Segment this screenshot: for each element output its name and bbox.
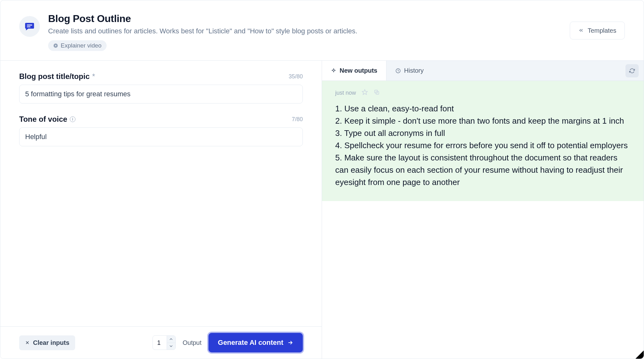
stepper-down-button[interactable] (167, 343, 175, 350)
templates-label: Templates (588, 27, 616, 34)
output-line: 3. Type out all acronyms in full (335, 127, 630, 139)
page-subtitle: Create lists and outlines for articles. … (48, 27, 625, 35)
clock-icon (395, 68, 401, 74)
stepper-value: 1 (153, 339, 167, 346)
output-line: 4. Spellcheck your resume for errors bef… (335, 139, 630, 152)
output-text: 1. Use a clean, easy-to-read font 2. Kee… (335, 103, 630, 188)
app-root: Blog Post Outline Create lists and outli… (0, 0, 644, 359)
header-text: Blog Post Outline Create lists and outli… (48, 13, 625, 51)
form-area: Blog post title/topic * 35/80 Tone of vo… (0, 61, 322, 326)
clear-inputs-button[interactable]: Clear inputs (19, 335, 75, 350)
required-mark: * (92, 72, 95, 81)
chip-label: Explainer video (61, 42, 102, 49)
output-card: just now 1. Use a clean, easy-to-read fo… (322, 81, 644, 201)
x-icon (25, 340, 30, 345)
title-label: Blog post title/topic * (19, 72, 95, 81)
chat-bubble-icon (24, 21, 35, 32)
title-field: Blog post title/topic * 35/80 (19, 72, 303, 104)
arrow-right-icon (287, 339, 293, 346)
explainer-video-chip[interactable]: Explainer video (48, 40, 107, 51)
tab-history[interactable]: History (386, 61, 432, 81)
output-line: 1. Use a clean, easy-to-read font (335, 103, 630, 115)
output-tabs: New outputs History (322, 61, 644, 81)
body-split: Blog post title/topic * 35/80 Tone of vo… (0, 61, 644, 359)
tab-new-outputs[interactable]: New outputs (322, 61, 386, 81)
chevron-up-icon (169, 338, 173, 340)
clear-label: Clear inputs (33, 339, 69, 346)
chevron-down-icon (169, 345, 173, 347)
form-footer: Clear inputs 1 Ou (0, 326, 322, 359)
stepper-controls (167, 336, 175, 350)
output-line: 5. Make sure the layout is consistent th… (335, 152, 630, 188)
tab-history-label: History (404, 67, 424, 74)
title-counter: 35/80 (289, 73, 303, 80)
generate-label: Generate AI content (218, 339, 283, 347)
tone-counter: 7/80 (292, 116, 303, 123)
output-pane: New outputs History (322, 61, 644, 359)
page-title: Blog Post Outline (48, 13, 625, 25)
tone-field-row: Tone of voice i 7/80 (19, 115, 303, 124)
info-icon[interactable]: i (70, 116, 75, 122)
copy-button[interactable] (374, 89, 380, 97)
stepper-up-button[interactable] (167, 336, 175, 343)
tone-input[interactable] (19, 127, 303, 146)
output-line: 2. Keep it simple - don't use more than … (335, 115, 630, 127)
copy-icon (374, 89, 380, 95)
title-label-text: Blog post title/topic (19, 72, 90, 81)
resize-corner[interactable] (636, 351, 644, 359)
star-icon (362, 89, 368, 95)
tone-label: Tone of voice i (19, 115, 75, 124)
tone-label-text: Tone of voice (19, 115, 67, 124)
templates-button[interactable]: Templates (570, 21, 625, 39)
input-pane: Blog post title/topic * 35/80 Tone of vo… (0, 61, 322, 359)
template-icon (19, 16, 40, 37)
page-header: Blog Post Outline Create lists and outli… (0, 0, 644, 61)
title-input[interactable] (19, 85, 303, 104)
favorite-button[interactable] (362, 89, 368, 97)
output-meta: just now (335, 89, 630, 97)
generate-button[interactable]: Generate AI content (208, 333, 303, 352)
output-label: Output (183, 339, 202, 346)
title-field-row: Blog post title/topic * 35/80 (19, 72, 303, 81)
output-count-stepper[interactable]: 1 (153, 335, 176, 350)
svg-rect-0 (27, 25, 32, 25)
play-circle-icon (53, 43, 58, 48)
refresh-icon (629, 68, 635, 74)
sparkle-icon (331, 68, 336, 74)
output-timestamp: just now (335, 90, 356, 96)
tab-new-outputs-label: New outputs (340, 67, 377, 74)
svg-rect-1 (27, 26, 31, 27)
svg-marker-7 (362, 90, 368, 95)
tone-field: Tone of voice i 7/80 (19, 115, 303, 146)
refresh-button[interactable] (625, 64, 639, 77)
footer-right: 1 Output Generate AI content (153, 333, 303, 352)
chevrons-left-icon (578, 28, 584, 33)
